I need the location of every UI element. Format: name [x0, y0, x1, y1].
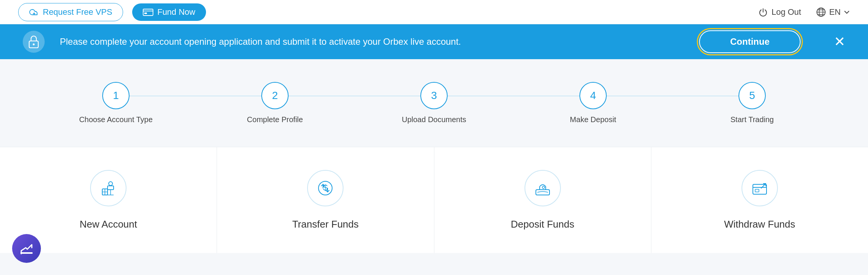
avatar-icon [18, 240, 35, 257]
step-1-connector [130, 96, 261, 96]
step-3-label: Upload Documents [402, 115, 466, 124]
withdraw-funds-icon [750, 178, 770, 198]
steps-section: 1 Choose Account Type 2 Complete Profile… [0, 59, 868, 139]
step-3-number: 3 [431, 90, 437, 102]
close-banner-button[interactable]: ✕ [834, 34, 845, 50]
steps-container: 1 Choose Account Type 2 Complete Profile… [36, 82, 832, 124]
step-2-connector [289, 96, 420, 96]
logout-button[interactable]: Log Out [759, 7, 801, 17]
top-bar-right: Log Out EN [759, 7, 850, 17]
svg-rect-3 [144, 13, 147, 14]
request-vps-button[interactable]: Request Free VPS [18, 3, 123, 21]
step-5-circle: 5 [738, 82, 766, 109]
svg-point-21 [542, 186, 545, 189]
step-4-label: Make Deposit [570, 115, 616, 124]
cloud-icon [29, 8, 39, 16]
svg-rect-25 [20, 252, 33, 254]
step-2-number: 2 [272, 90, 278, 102]
activation-banner: Please complete your account opening app… [0, 24, 868, 59]
step-2: 2 Complete Profile [195, 82, 354, 124]
fund-now-button[interactable]: Fund Now [132, 3, 206, 21]
svg-rect-1 [143, 9, 153, 16]
chevron-down-icon [844, 10, 850, 14]
deposit-funds-icon [533, 178, 553, 198]
lang-label: EN [829, 7, 841, 17]
withdraw-funds-label: Withdraw Funds [724, 218, 795, 230]
step-1-circle: 1 [102, 82, 130, 109]
cards-section: New Account $ Transfer Funds Deposit Fun… [0, 147, 868, 253]
step-5-label: Start Trading [731, 115, 774, 124]
step-2-circle: 2 [261, 82, 289, 109]
transfer-funds-icon-circle: $ [307, 170, 343, 206]
transfer-funds-icon: $ [315, 178, 335, 198]
continue-button[interactable]: Continue [699, 30, 801, 53]
step-3-circle: 3 [420, 82, 448, 109]
lock-icon [28, 35, 40, 49]
step-4-number: 4 [590, 90, 596, 102]
step-2-label: Complete Profile [247, 115, 303, 124]
step-4: 4 Make Deposit [514, 82, 673, 124]
step-4-connector [607, 96, 738, 96]
deposit-funds-card[interactable]: Deposit Funds [434, 147, 651, 253]
top-bar: Request Free VPS Fund Now Log Out [0, 0, 868, 24]
withdraw-funds-card[interactable]: Withdraw Funds [651, 147, 868, 253]
svg-point-10 [33, 44, 35, 46]
step-1-label: Choose Account Type [79, 115, 153, 124]
transfer-funds-label: Transfer Funds [292, 218, 359, 230]
top-bar-left: Request Free VPS Fund Now [18, 3, 206, 21]
withdraw-funds-icon-circle [742, 170, 778, 206]
user-avatar[interactable] [12, 234, 41, 263]
fund-now-label: Fund Now [157, 7, 195, 17]
banner-message: Please complete your account opening app… [60, 36, 684, 47]
new-account-label: New Account [80, 218, 137, 230]
fund-icon [143, 8, 153, 16]
deposit-funds-label: Deposit Funds [511, 218, 575, 230]
language-button[interactable]: EN [816, 7, 850, 17]
step-1-number: 1 [113, 90, 119, 102]
step-5: 5 Start Trading [673, 82, 832, 124]
svg-rect-12 [108, 186, 114, 190]
step-5-number: 5 [749, 90, 755, 102]
svg-rect-24 [755, 189, 759, 192]
step-1: 1 Choose Account Type [36, 82, 195, 124]
svg-point-17 [109, 182, 112, 185]
new-account-icon-circle [90, 170, 126, 206]
svg-rect-22 [753, 184, 767, 194]
globe-icon [816, 7, 826, 17]
lock-icon-circle [23, 31, 45, 53]
logout-label: Log Out [771, 7, 801, 17]
step-3-connector [448, 96, 579, 96]
new-account-icon [98, 178, 118, 198]
deposit-funds-icon-circle [525, 170, 561, 206]
request-vps-label: Request Free VPS [43, 7, 112, 17]
step-3: 3 Upload Documents [354, 82, 514, 124]
step-4-circle: 4 [579, 82, 607, 109]
transfer-funds-card[interactable]: $ Transfer Funds [217, 147, 434, 253]
power-icon [759, 8, 768, 17]
